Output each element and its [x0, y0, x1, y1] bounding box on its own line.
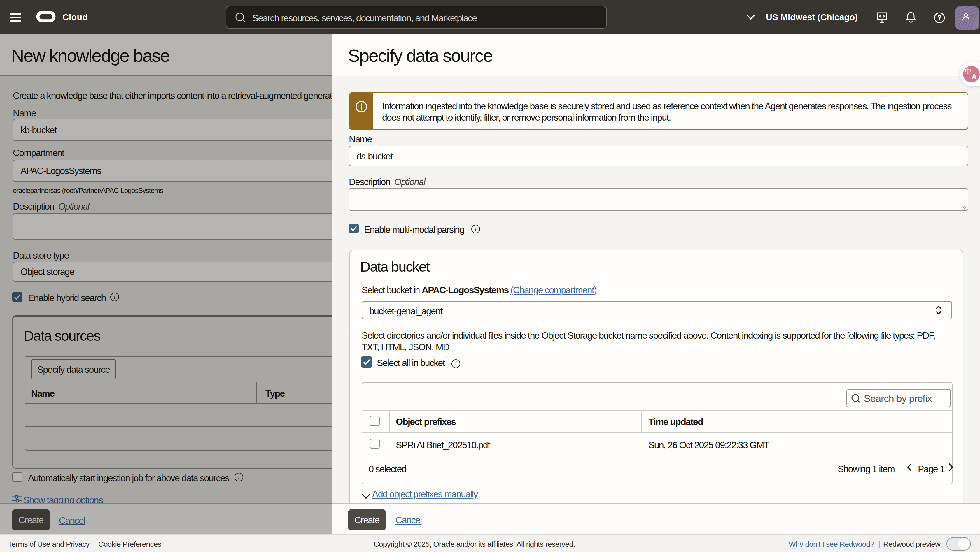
svg-text:?: ? — [937, 14, 942, 22]
